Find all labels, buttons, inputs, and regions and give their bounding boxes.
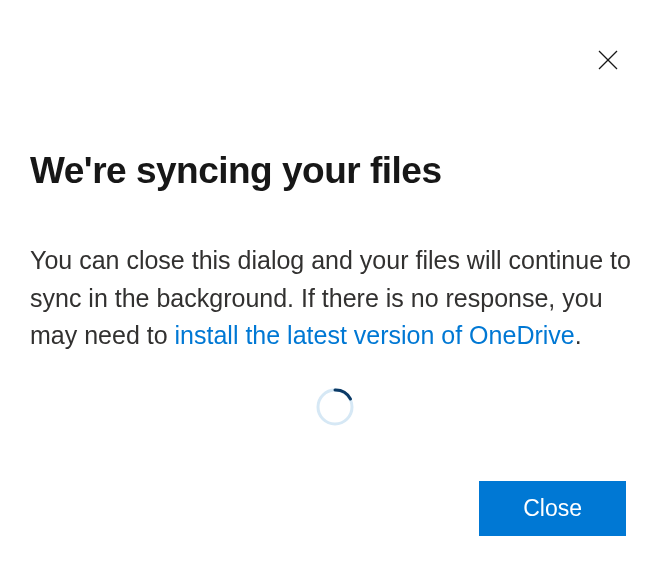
close-button[interactable]: Close xyxy=(479,481,626,536)
dialog-title: We're syncing your files xyxy=(30,148,640,194)
sync-dialog: We're syncing your files You can close t… xyxy=(0,0,670,578)
spinner-container xyxy=(30,387,640,427)
loading-spinner-icon xyxy=(315,387,355,427)
dialog-footer: Close xyxy=(479,481,626,536)
body-text-after: . xyxy=(575,321,582,349)
dialog-body: You can close this dialog and your files… xyxy=(30,242,640,355)
install-onedrive-link[interactable]: install the latest version of OneDrive xyxy=(175,321,575,349)
dialog-content: We're syncing your files You can close t… xyxy=(0,0,670,427)
close-icon[interactable] xyxy=(594,46,622,74)
